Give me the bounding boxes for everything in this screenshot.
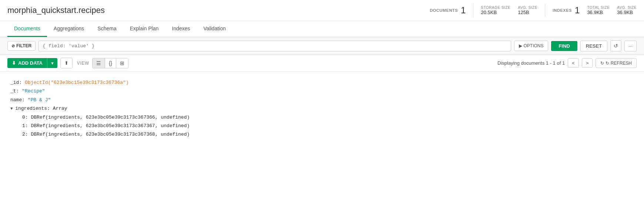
t-value: "Recipe" bbox=[22, 88, 45, 94]
find-button[interactable]: FIND bbox=[551, 41, 577, 51]
filter-button[interactable]: ⊘ FILTER bbox=[7, 41, 36, 51]
storage-size-stat: STORAGE SIZE 20.5KB bbox=[481, 6, 510, 15]
name-key: name: bbox=[10, 97, 25, 103]
doc-item-0: 0: DBRef(ingredients, 623e3bc05e39c3173c… bbox=[10, 113, 634, 122]
tab-validation[interactable]: Validation bbox=[197, 21, 232, 37]
total-size-value: 36.9KB bbox=[587, 10, 610, 15]
ingredients-type: Array bbox=[53, 106, 67, 111]
stat-divider-2 bbox=[545, 4, 545, 17]
doc-item-2: 2: DBRef(ingredients, 623e3bc05e39c3173c… bbox=[10, 130, 634, 139]
chevron-right-icon: > bbox=[586, 60, 589, 66]
doc-ingredients-header: ▼ ingredients: Array bbox=[10, 104, 634, 113]
view-list-button[interactable]: ☰ bbox=[93, 58, 105, 68]
storage-size-value: 20.5KB bbox=[481, 10, 510, 15]
more-button[interactable]: ··· bbox=[624, 41, 637, 51]
indexes-label: INDEXES bbox=[553, 8, 572, 13]
avg-size2-value: 36.9KB bbox=[617, 10, 637, 15]
documents-label: DOCUMENTS bbox=[430, 8, 458, 13]
filter-icon: ⊘ bbox=[11, 44, 15, 48]
avg-size-value: 125B bbox=[518, 10, 537, 15]
header-stats: DOCUMENTS 1 STORAGE SIZE 20.5KB AVG. SIZ… bbox=[430, 4, 637, 17]
add-data-dropdown[interactable]: ▼ bbox=[47, 58, 57, 68]
doc-item-1: 1: DBRef(ingredients, 623e3bc05e39c3173c… bbox=[10, 122, 634, 130]
db-collection-title: morphia_quickstart.recipes bbox=[7, 6, 105, 15]
ingredients-key: ingredients: bbox=[15, 106, 50, 111]
export-icon: ⬆ bbox=[64, 60, 68, 66]
item-1-index: 1 bbox=[22, 123, 25, 129]
view-buttons: ☰ {} ⊞ bbox=[92, 58, 128, 68]
avg-size-stat: AVG. SIZE 125B bbox=[518, 6, 537, 15]
item-2-value: DBRef(ingredients, 623e3bc05e39c3173c367… bbox=[31, 132, 189, 137]
pagination-info: Displaying documents 1 - 1 of 1 bbox=[497, 60, 565, 66]
json-icon: {} bbox=[109, 60, 112, 66]
documents-stat: DOCUMENTS 1 bbox=[430, 5, 466, 16]
view-json-button[interactable]: {} bbox=[105, 58, 116, 68]
collection-name: recipes bbox=[78, 6, 105, 15]
doc-t-line: _t: "Recipe" bbox=[10, 87, 634, 95]
filter-input[interactable] bbox=[38, 41, 511, 51]
list-icon: ☰ bbox=[96, 60, 101, 66]
db-name[interactable]: morphia_quickstart bbox=[7, 6, 76, 15]
tabs-bar: Documents Aggregations Schema Explain Pl… bbox=[0, 21, 644, 37]
item-1-value: DBRef(ingredients, 623e3bc05e39c3173c367… bbox=[31, 123, 189, 129]
refresh-icon: ↻ bbox=[600, 61, 604, 66]
view-label: VIEW bbox=[77, 61, 89, 66]
table-icon: ⊞ bbox=[120, 60, 124, 66]
refresh-button[interactable]: ↻ ↻ REFRESH bbox=[596, 58, 637, 68]
indexes-stat: INDEXES 1 bbox=[553, 5, 580, 16]
tab-explain-plan[interactable]: Explain Plan bbox=[123, 21, 165, 37]
action-toolbar: ⬇ ADD DATA ▼ ⬆ VIEW ☰ {} ⊞ Displaying do… bbox=[0, 55, 644, 72]
chevron-down-icon: ▼ bbox=[50, 61, 54, 65]
id-key: _id: bbox=[10, 80, 22, 85]
collapse-arrow[interactable]: ▼ bbox=[10, 106, 15, 111]
t-key: _t: bbox=[10, 88, 19, 94]
storage-size-label: STORAGE SIZE bbox=[481, 6, 510, 10]
tab-indexes[interactable]: Indexes bbox=[165, 21, 197, 37]
chevron-left-icon: < bbox=[572, 60, 575, 66]
tab-schema[interactable]: Schema bbox=[91, 21, 123, 37]
history-button[interactable]: ↺ bbox=[610, 40, 621, 51]
name-value: "PB & J" bbox=[28, 97, 51, 103]
next-page-button[interactable]: > bbox=[582, 58, 593, 68]
total-size-label: TOTAL SIZE bbox=[587, 6, 610, 10]
export-button[interactable]: ⬆ bbox=[60, 58, 73, 68]
indexes-count: 1 bbox=[575, 5, 580, 16]
view-table-button[interactable]: ⊞ bbox=[116, 58, 128, 68]
reset-button[interactable]: RESET bbox=[580, 41, 607, 51]
item-0-value: DBRef(ingredients, 623e3bc05e39c3173c367… bbox=[31, 115, 189, 120]
history-icon: ↺ bbox=[614, 43, 618, 49]
options-button[interactable]: ▶ OPTIONS bbox=[514, 41, 548, 51]
stat-divider-1 bbox=[473, 4, 473, 17]
item-2-index: 2 bbox=[22, 132, 25, 137]
add-data-group: ⬇ ADD DATA ▼ bbox=[7, 58, 57, 68]
tab-documents[interactable]: Documents bbox=[7, 21, 47, 37]
documents-count: 1 bbox=[461, 5, 466, 16]
header: morphia_quickstart.recipes DOCUMENTS 1 S… bbox=[0, 0, 644, 21]
item-0-index: 0 bbox=[22, 115, 25, 120]
doc-name-line: name: "PB & J" bbox=[10, 96, 634, 104]
options-label: ▶ OPTIONS bbox=[519, 43, 543, 48]
filter-label: FILTER bbox=[16, 43, 31, 48]
prev-page-button[interactable]: < bbox=[568, 58, 579, 68]
pagination-area: Displaying documents 1 - 1 of 1 < > ↻ ↻ … bbox=[497, 58, 637, 68]
add-data-button[interactable]: ⬇ ADD DATA bbox=[7, 58, 47, 68]
download-icon: ⬇ bbox=[12, 60, 16, 66]
id-value: ObjectId("623e3bc15e39c3173c36736a") bbox=[25, 80, 129, 85]
avg-size2-label: AVG. SIZE bbox=[617, 6, 637, 10]
more-icon: ··· bbox=[628, 43, 633, 49]
tab-aggregations[interactable]: Aggregations bbox=[47, 21, 91, 37]
filter-toolbar: ⊘ FILTER ▶ OPTIONS FIND RESET ↺ ··· bbox=[0, 37, 644, 55]
document-area: _id: ObjectId("623e3bc15e39c3173c36736a"… bbox=[0, 72, 644, 146]
total-size-stat: TOTAL SIZE 36.9KB bbox=[587, 6, 610, 15]
avg-size-label: AVG. SIZE bbox=[518, 6, 537, 10]
avg-size2-stat: AVG. SIZE 36.9KB bbox=[617, 6, 637, 15]
doc-id-line: _id: ObjectId("623e3bc15e39c3173c36736a"… bbox=[10, 78, 634, 87]
